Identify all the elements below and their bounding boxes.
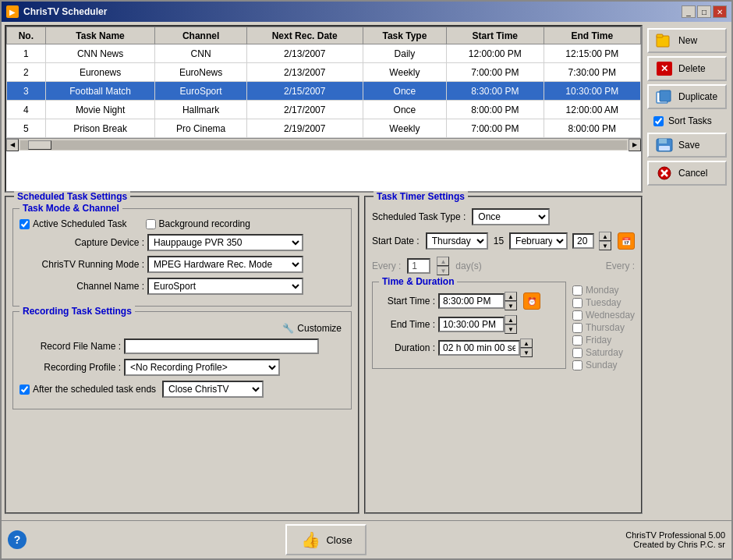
table-row[interactable]: 2EuronewsEuroNews2/13/2007Weekly7:00:00 … [7, 63, 641, 82]
year-up-btn[interactable]: ▲ [599, 232, 611, 241]
sort-tasks-label: Sort Tasks [668, 115, 712, 126]
task-table-container: No. Task Name Channel Next Rec. Date Tas… [5, 25, 643, 193]
new-button[interactable]: New [647, 28, 727, 53]
every-up-btn: ▲ [437, 257, 449, 266]
save-button[interactable]: Save [647, 133, 727, 158]
app-icon: ▶ [6, 5, 19, 18]
task-type-select[interactable]: Once Daily Weekly [472, 208, 550, 225]
table-row[interactable]: 5Prison BreakPro Cinema2/19/2007Weekly7:… [7, 119, 641, 138]
version-line2: Created by Chris P.C. sr [625, 540, 725, 549]
after-task-select[interactable]: Close ChrisTV [162, 381, 264, 398]
delete-label: Delete [678, 63, 706, 74]
duplicate-button[interactable]: Duplicate [647, 84, 727, 109]
start-date-day-select[interactable]: Thursday [426, 232, 488, 250]
cancel-button[interactable]: Cancel [647, 161, 727, 186]
file-name-label: Record File Name : [19, 341, 121, 352]
cancel-label: Cancel [678, 168, 707, 179]
col-end-time: End Time [544, 27, 641, 44]
scroll-thumb[interactable] [28, 140, 51, 150]
sort-tasks-checkbox[interactable] [653, 116, 664, 126]
end-time-up-btn[interactable]: ▲ [505, 315, 517, 324]
duration-label: Duration : [379, 342, 435, 353]
scroll-left-arrow[interactable]: ◀ [6, 139, 19, 151]
start-time-input[interactable] [438, 293, 505, 309]
start-time-calendar-btn[interactable]: ⏰ [523, 292, 540, 310]
friday-checkbox[interactable] [572, 335, 583, 346]
active-task-checkbox[interactable] [19, 219, 30, 229]
new-label: New [678, 35, 697, 46]
task-mode-group: Task Mode & Channel Active Scheduled Tas… [12, 208, 352, 307]
capture-device-label: Capture Device : [19, 237, 144, 248]
minimize-button[interactable]: _ [682, 5, 696, 18]
duplicate-icon [655, 89, 674, 105]
customize-button[interactable]: 🔧 Customize [279, 321, 345, 335]
col-start-time: Start Time [447, 27, 544, 44]
horizontal-scrollbar[interactable]: ◀ ▶ [6, 138, 641, 151]
recording-settings-group: Recording Task Settings 🔧 Customize Reco… [12, 311, 352, 409]
year-down-btn[interactable]: ▼ [599, 241, 611, 250]
every-right-label: Every : [606, 261, 635, 271]
channel-name-select[interactable]: EuroSport [147, 278, 303, 295]
duration-input[interactable] [438, 340, 520, 356]
wednesday-label: Wednesday [586, 310, 635, 321]
version-info: ChrisTV Professional 5.00 Created by Chr… [625, 530, 725, 549]
start-time-up-btn[interactable]: ▲ [505, 292, 517, 301]
every-unit: day(s) [455, 261, 481, 271]
tuesday-checkbox[interactable] [572, 298, 583, 308]
file-name-input[interactable]: <default> [124, 338, 319, 354]
start-date-num: 15 [494, 236, 504, 246]
end-time-down-btn[interactable]: ▼ [505, 324, 517, 334]
wednesday-checkbox[interactable] [572, 310, 583, 321]
calendar-button[interactable]: 📅 [618, 232, 635, 250]
monday-label: Monday [586, 285, 619, 296]
sunday-checkbox[interactable] [572, 360, 583, 370]
cancel-icon [655, 165, 674, 181]
capture-device-select[interactable]: Hauppauge PVR 350 [147, 234, 303, 251]
svg-rect-5 [659, 139, 667, 144]
window-title: ChrisTV Scheduler [23, 6, 107, 17]
svg-rect-1 [657, 34, 663, 37]
tuesday-label: Tuesday [586, 297, 621, 308]
task-mode-title: Task Mode & Channel [19, 203, 122, 214]
day-checkboxes-container: Monday Tuesday Wednesday Thursday Friday… [572, 285, 635, 374]
task-table: No. Task Name Channel Next Rec. Date Tas… [6, 27, 641, 138]
background-recording-checkbox[interactable] [146, 219, 156, 229]
start-date-month-select[interactable]: February [509, 232, 568, 250]
delete-icon: ✕ [655, 61, 674, 76]
table-row[interactable]: 4Movie NightHallmark2/17/2007Once8:00:00… [7, 101, 641, 119]
col-task-name: Task Name [45, 27, 155, 44]
customize-icon: 🔧 [282, 323, 294, 334]
year-spinbox-buttons[interactable]: ▲ ▼ [599, 232, 611, 250]
time-duration-title: Time & Duration [379, 276, 457, 287]
col-channel: Channel [155, 27, 246, 44]
start-date-year-input[interactable] [572, 233, 594, 249]
sidebar: New ✕ Delete Duplicate Sort Tas [646, 25, 728, 517]
save-label: Save [678, 140, 699, 151]
duration-down-btn[interactable]: ▼ [520, 348, 533, 357]
table-row[interactable]: 3Football MatchEuroSport2/15/2007Once8:3… [7, 82, 641, 101]
saturday-checkbox[interactable] [572, 348, 583, 358]
monday-checkbox[interactable] [572, 285, 583, 296]
save-icon [655, 137, 674, 153]
window-close-button[interactable]: ✕ [713, 5, 727, 18]
thumb-icon: 👍 [299, 529, 321, 551]
friday-label: Friday [586, 335, 611, 346]
task-timer-title: Task Timer Settings [374, 191, 468, 202]
close-button[interactable]: 👍 Close [285, 524, 366, 555]
help-button[interactable]: ? [8, 530, 27, 549]
scroll-track[interactable] [20, 140, 627, 150]
duration-up-btn[interactable]: ▲ [520, 338, 533, 348]
bottom-bar: ? 👍 Close ChrisTV Professional 5.00 Crea… [2, 520, 731, 558]
start-time-down-btn[interactable]: ▼ [505, 301, 517, 310]
end-time-input[interactable] [438, 317, 505, 332]
profile-select[interactable]: <No Recording Profile> [124, 359, 280, 376]
table-row[interactable]: 1CNN NewsCNN2/13/2007Daily12:00:00 PM12:… [7, 44, 641, 63]
col-next-rec-date: Next Rec. Date [246, 27, 363, 44]
thursday-checkbox[interactable] [572, 323, 583, 333]
scroll-right-arrow[interactable]: ▶ [629, 139, 641, 151]
maximize-button[interactable]: □ [697, 5, 711, 18]
sunday-label: Sunday [586, 360, 618, 370]
delete-button[interactable]: ✕ Delete [647, 56, 727, 81]
after-task-checkbox[interactable] [19, 385, 30, 395]
running-mode-select[interactable]: MPEG Hardware Rec. Mode [147, 256, 303, 273]
